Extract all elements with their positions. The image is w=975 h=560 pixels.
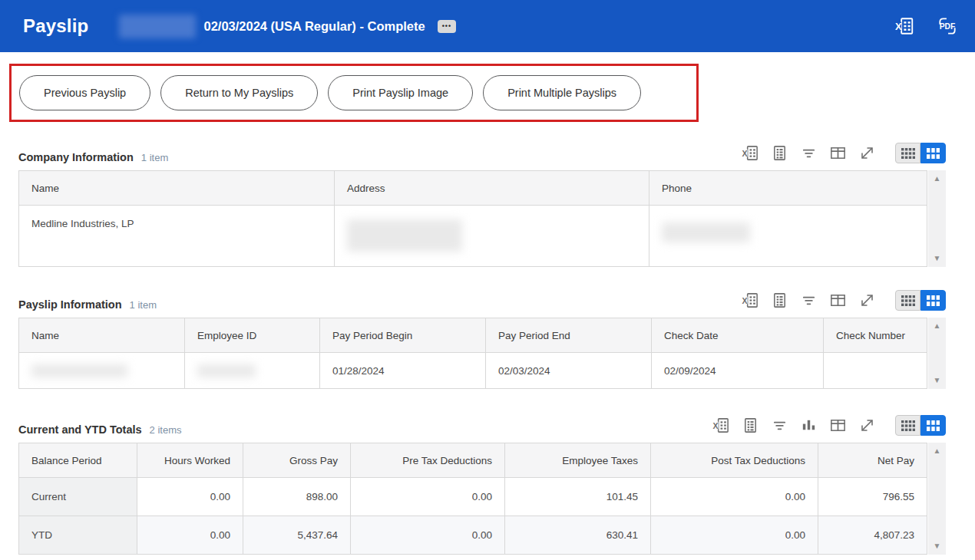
excel-x-glyph: X xyxy=(712,421,718,430)
gross-pay-cell: 5,437.64 xyxy=(243,516,351,555)
column-header-address: Address xyxy=(335,171,649,206)
table-row: 01/28/2024 02/03/2024 02/09/2024 xyxy=(19,353,927,389)
compact-grid-icon xyxy=(901,295,915,306)
totals-count: 2 items xyxy=(150,424,182,436)
filter-icon[interactable] xyxy=(771,417,788,434)
company-information-count: 1 item xyxy=(141,152,168,163)
scroll-down-icon[interactable]: ▼ xyxy=(928,377,946,384)
export-to-excel-icon[interactable]: X xyxy=(712,417,730,434)
payslip-information-title: Payslip Information xyxy=(18,298,122,311)
current-and-ytd-totals-table: Balance Period Hours Worked Gross Pay Pr… xyxy=(18,443,927,555)
balance-period-cell: YTD xyxy=(19,516,137,555)
company-phone-cell xyxy=(649,206,927,267)
table-header-row: Name Address Phone xyxy=(19,171,927,206)
filter-icon[interactable] xyxy=(800,144,818,162)
related-actions-button[interactable]: ••• xyxy=(438,20,456,33)
pay-period-end-cell: 02/03/2024 xyxy=(486,353,652,389)
payslip-page: Payslip 02/03/2024 (USA Regular) - Compl… xyxy=(0,0,975,560)
company-information-section: Company Information 1 item X xyxy=(18,143,946,267)
header-bar: Payslip 02/03/2024 (USA Regular) - Compl… xyxy=(0,0,975,52)
company-address-cell xyxy=(335,206,649,267)
fullscreen-icon[interactable] xyxy=(858,292,876,309)
grid-view-toggle-group xyxy=(895,415,946,436)
redacted-address xyxy=(347,219,462,252)
fullscreen-icon[interactable] xyxy=(858,417,876,434)
printable-view-icon[interactable] xyxy=(771,292,788,309)
company-grid-toolbar: X xyxy=(742,143,946,163)
print-multiple-payslips-button[interactable]: Print Multiple Payslips xyxy=(483,75,641,110)
current-and-ytd-totals-section: Current and YTD Totals 2 items X xyxy=(18,415,946,555)
pre-tax-deductions-cell: 0.00 xyxy=(351,478,505,516)
pdf-glyph: PDF xyxy=(940,22,955,31)
freeze-columns-icon[interactable] xyxy=(829,292,847,309)
export-to-excel-icon[interactable]: X xyxy=(894,16,915,36)
grid-view-toggle-group xyxy=(895,143,946,163)
grid-view-toggle-group xyxy=(895,290,946,311)
table-header-row: Balance Period Hours Worked Gross Pay Pr… xyxy=(19,443,927,478)
pre-tax-deductions-cell: 0.00 xyxy=(351,516,505,555)
vertical-scrollbar[interactable]: ▲ ▼ xyxy=(928,318,946,389)
filter-icon[interactable] xyxy=(800,292,818,309)
redacted-employee-name xyxy=(119,15,196,38)
post-tax-deductions-cell: 0.00 xyxy=(651,478,818,516)
post-tax-deductions-cell: 0.00 xyxy=(651,516,818,555)
excel-x-glyph: X xyxy=(895,21,902,32)
view-pdf-icon[interactable]: PDF xyxy=(937,16,958,36)
gross-pay-cell: 898.00 xyxy=(243,478,351,516)
net-pay-cell: 4,807.23 xyxy=(818,516,927,555)
freeze-columns-icon[interactable] xyxy=(829,417,847,434)
redacted-employee-name xyxy=(31,364,127,377)
totals-title: Current and YTD Totals xyxy=(18,423,142,436)
printable-view-icon[interactable] xyxy=(771,144,788,162)
expanded-grid-toggle[interactable] xyxy=(920,290,946,311)
header-actions: X PDF xyxy=(894,16,958,36)
column-header-check-number: Check Number xyxy=(824,318,927,353)
export-to-excel-icon[interactable]: X xyxy=(742,292,759,309)
expanded-grid-icon xyxy=(927,420,940,431)
column-header-employee-taxes: Employee Taxes xyxy=(505,443,651,478)
vertical-scrollbar[interactable]: ▲ ▼ xyxy=(928,443,946,555)
compact-grid-toggle[interactable] xyxy=(895,290,920,311)
payslip-information-count: 1 item xyxy=(130,299,157,311)
column-header-hours-worked: Hours Worked xyxy=(137,443,243,478)
compact-grid-icon xyxy=(901,420,915,431)
redacted-phone xyxy=(662,222,750,242)
company-information-table: Name Address Phone Medline Industries, L… xyxy=(18,170,927,267)
column-header-pay-period-begin: Pay Period Begin xyxy=(320,318,486,353)
company-name-cell: Medline Industries, LP xyxy=(19,206,335,267)
compact-grid-toggle[interactable] xyxy=(895,143,920,163)
annotation-box: Previous Payslip Return to My Payslips P… xyxy=(9,64,699,122)
printable-view-icon[interactable] xyxy=(742,417,759,434)
scroll-down-icon[interactable]: ▼ xyxy=(928,255,946,262)
expanded-grid-icon xyxy=(927,295,940,306)
payslip-document-title: 02/03/2024 (USA Regular) - Complete xyxy=(203,19,425,34)
redacted-employee-id xyxy=(197,364,256,377)
export-to-excel-icon[interactable]: X xyxy=(742,144,759,162)
print-payslip-image-button[interactable]: Print Payslip Image xyxy=(328,75,473,110)
column-header-name: Name xyxy=(19,318,185,353)
vertical-scrollbar[interactable]: ▲ ▼ xyxy=(928,170,946,267)
table-row-ytd: YTD 0.00 5,437.64 0.00 630.41 0.00 4,807… xyxy=(19,516,927,555)
table-header-row: Name Employee ID Pay Period Begin Pay Pe… xyxy=(19,318,927,353)
fullscreen-icon[interactable] xyxy=(858,144,876,162)
page-title: Payslip xyxy=(23,15,88,37)
scroll-down-icon[interactable]: ▼ xyxy=(928,542,946,550)
column-header-gross-pay: Gross Pay xyxy=(243,443,351,478)
scroll-up-icon[interactable]: ▲ xyxy=(928,322,946,330)
expanded-grid-toggle[interactable] xyxy=(920,143,946,163)
check-number-cell xyxy=(824,353,927,389)
column-header-net-pay: Net Pay xyxy=(818,443,927,478)
excel-x-glyph: X xyxy=(742,296,747,305)
hours-worked-cell: 0.00 xyxy=(137,516,243,555)
return-to-my-payslips-button[interactable]: Return to My Payslips xyxy=(160,75,318,110)
scroll-up-icon[interactable]: ▲ xyxy=(928,175,946,183)
expanded-grid-toggle[interactable] xyxy=(920,415,946,436)
chart-icon[interactable] xyxy=(800,417,818,434)
net-pay-cell: 796.55 xyxy=(818,478,927,516)
scroll-up-icon[interactable]: ▲ xyxy=(928,447,946,455)
excel-x-glyph: X xyxy=(742,149,747,158)
pay-period-begin-cell: 01/28/2024 xyxy=(320,353,486,389)
freeze-columns-icon[interactable] xyxy=(829,144,847,162)
compact-grid-toggle[interactable] xyxy=(895,415,920,436)
previous-payslip-button[interactable]: Previous Payslip xyxy=(19,75,150,110)
